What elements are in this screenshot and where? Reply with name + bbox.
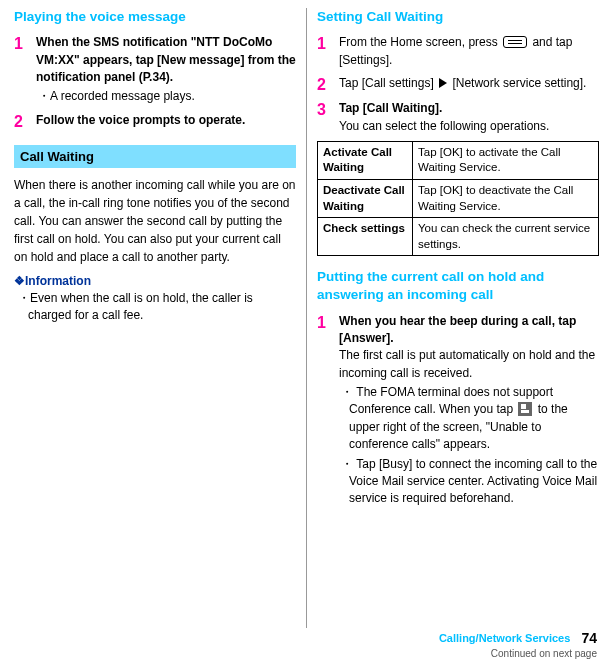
- step-text: Tap [Call settings]: [339, 76, 437, 90]
- table-key: Activate Call Waiting: [318, 141, 413, 179]
- left-column: Playing the voice message 1 When the SMS…: [14, 8, 306, 628]
- table-row: Deactivate Call Waiting Tap [OK] to deac…: [318, 180, 599, 218]
- step-1-left: 1 When the SMS notification "NTT DoCoMo …: [14, 34, 296, 106]
- table-value: Tap [OK] to activate the Call Waiting Se…: [413, 141, 599, 179]
- step-body: From the Home screen, press and tap [Set…: [339, 34, 599, 69]
- step-instruction: When you hear the beep during a call, ta…: [339, 314, 576, 345]
- step-1-right: 1 From the Home screen, press and tap [S…: [317, 34, 599, 69]
- step-description: You can select the following operations.: [339, 119, 549, 133]
- footer-section-name: Calling/Network Services: [439, 632, 570, 644]
- right-column: Setting Call Waiting 1 From the Home scr…: [307, 8, 599, 628]
- heading-playing-voice-message: Playing the voice message: [14, 8, 296, 26]
- conference-icon: [518, 402, 532, 416]
- table-row: Activate Call Waiting Tap [OK] to activa…: [318, 141, 599, 179]
- table-value: You can check the current service settin…: [413, 218, 599, 256]
- operations-table: Activate Call Waiting Tap [OK] to activa…: [317, 141, 599, 256]
- page-footer: Calling/Network Services 74 Continued on…: [12, 630, 597, 659]
- table-value: Tap [OK] to deactivate the Call Waiting …: [413, 180, 599, 218]
- step-note: A recorded message plays.: [36, 88, 296, 105]
- section-band-call-waiting: Call Waiting: [14, 145, 296, 168]
- table-key: Deactivate Call Waiting: [318, 180, 413, 218]
- table-row: Check settings You can check the current…: [318, 218, 599, 256]
- continued-label: Continued on next page: [12, 648, 597, 659]
- table-key: Check settings: [318, 218, 413, 256]
- information-heading: ❖Information: [14, 274, 296, 288]
- step-bullet: Tap [Busy] to connect the incoming call …: [339, 456, 599, 508]
- step-description: The first call is put automatically on h…: [339, 348, 595, 379]
- step-text: From the Home screen, press: [339, 35, 501, 49]
- heading-setting-call-waiting: Setting Call Waiting: [317, 8, 599, 26]
- intro-paragraph: When there is another incoming call whil…: [14, 176, 296, 266]
- step-instruction: When the SMS notification "NTT DoCoMo VM…: [36, 35, 296, 84]
- step-2-left: 2 Follow the voice prompts to operate.: [14, 112, 296, 131]
- step-number: 1: [317, 313, 339, 332]
- step-instruction: Follow the voice prompts to operate.: [36, 113, 245, 127]
- heading-putting-call-on-hold: Putting the current call on hold and ans…: [317, 268, 599, 304]
- step-body: Tap [Call Waiting]. You can select the f…: [339, 100, 599, 135]
- step-bullet: The FOMA terminal does not support Confe…: [339, 384, 599, 454]
- step-number: 2: [14, 112, 36, 131]
- step-instruction: Tap [Call Waiting].: [339, 101, 442, 115]
- step-number: 3: [317, 100, 339, 119]
- step-1-hold: 1 When you hear the beep during a call, …: [317, 313, 599, 508]
- step-body: When the SMS notification "NTT DoCoMo VM…: [36, 34, 296, 106]
- information-bullet: Even when the call is on hold, the calle…: [14, 290, 296, 325]
- page-columns: Playing the voice message 1 When the SMS…: [0, 0, 609, 628]
- step-body: Tap [Call settings] [Network service set…: [339, 75, 599, 92]
- step-number: 1: [317, 34, 339, 53]
- arrow-right-icon: [439, 78, 447, 88]
- step-number: 1: [14, 34, 36, 53]
- step-number: 2: [317, 75, 339, 94]
- menu-key-icon: [503, 36, 527, 48]
- step-body: When you hear the beep during a call, ta…: [339, 313, 599, 508]
- step-2-right: 2 Tap [Call settings] [Network service s…: [317, 75, 599, 94]
- step-body: Follow the voice prompts to operate.: [36, 112, 296, 129]
- step-3-right: 3 Tap [Call Waiting]. You can select the…: [317, 100, 599, 135]
- step-text: [Network service setting].: [449, 76, 586, 90]
- bullet-text: Tap [Busy] to connect the incoming call …: [349, 457, 597, 506]
- page-number: 74: [581, 630, 597, 646]
